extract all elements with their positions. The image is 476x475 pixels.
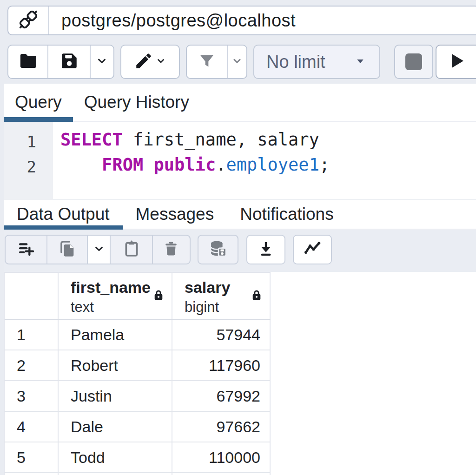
pgadmin-query-tool-window: postgres/postgres@localhost <box>0 0 476 475</box>
edit-menu-button[interactable] <box>121 46 179 78</box>
add-row-button[interactable] <box>6 236 46 264</box>
tab-query[interactable]: Query <box>4 84 73 121</box>
grid-corner-cell[interactable] <box>5 273 59 319</box>
row-number-cell[interactable]: 3 <box>5 381 59 411</box>
sql-line[interactable]: SELECT first_name, salary <box>60 127 330 152</box>
row-number-cell[interactable]: 4 <box>5 412 59 442</box>
filter-menu-button[interactable] <box>227 46 246 78</box>
column-header-salary[interactable]: salary bigint <box>172 273 271 319</box>
output-tab-bar: Data Output Messages Notifications <box>4 199 476 230</box>
salary-cell[interactable]: 117960 <box>172 350 271 380</box>
results-panel: first_name text salary bigint 1Pamela579… <box>4 272 476 475</box>
database-save-icon <box>208 239 228 260</box>
execute-button-group <box>436 45 476 79</box>
folder-icon <box>18 51 38 73</box>
chevron-down-icon <box>155 55 166 68</box>
first-name-cell[interactable]: Justin <box>59 381 172 411</box>
empty-cell <box>172 473 271 475</box>
chart-button-group <box>293 235 332 264</box>
floppy-icon <box>60 51 79 73</box>
row-number-cell[interactable]: 1 <box>5 320 59 350</box>
pencil-icon <box>134 51 153 73</box>
salary-cell[interactable]: 67992 <box>172 381 271 411</box>
first-name-cell[interactable]: Todd <box>59 442 172 472</box>
row-limit-value: No limit <box>266 52 325 72</box>
plug-connected-icon <box>16 7 40 33</box>
sql-editor[interactable]: 12 SELECT first_name, salary FROM public… <box>4 122 476 199</box>
paste-button[interactable] <box>110 236 152 264</box>
funnel-icon <box>198 52 216 72</box>
clipboard-icon <box>122 239 141 260</box>
row-number-cell[interactable]: 5 <box>5 442 59 472</box>
table-row: 3Justin67992 <box>5 381 271 412</box>
download-icon <box>257 239 275 260</box>
table-row: 4Dale97662 <box>5 412 271 442</box>
table-row: 2Robert117960 <box>5 350 271 381</box>
graph-visualiser-button[interactable] <box>294 236 331 264</box>
chevron-down-icon <box>95 54 108 69</box>
save-file-button[interactable] <box>47 46 89 78</box>
copy-menu-button[interactable] <box>87 236 110 264</box>
line-number: 1 <box>4 129 36 154</box>
filter-button-group <box>186 45 247 79</box>
execute-button[interactable] <box>436 46 476 78</box>
sql-lines[interactable]: SELECT first_name, salary FROM public.em… <box>53 122 330 199</box>
copy-icon <box>58 239 77 260</box>
grid-header-row: first_name text salary bigint <box>5 273 271 320</box>
chevron-down-icon <box>231 55 243 69</box>
download-results-button[interactable] <box>247 236 284 264</box>
empty-cell <box>59 473 172 475</box>
table-row: 1Pamela57944 <box>5 320 271 350</box>
lock-icon <box>250 288 263 304</box>
table-row: 5Todd110000 <box>5 442 271 473</box>
tab-messages-label: Messages <box>136 205 214 224</box>
edit-data-button-group <box>5 235 191 264</box>
salary-cell[interactable]: 110000 <box>172 442 271 472</box>
chevron-down-icon <box>93 242 106 257</box>
add-row-icon <box>17 239 35 260</box>
tab-notifications[interactable]: Notifications <box>227 200 347 229</box>
first-name-cell[interactable]: Pamela <box>59 320 172 350</box>
delete-rows-button[interactable] <box>152 236 190 264</box>
connection-bar: postgres/postgres@localhost <box>7 6 476 35</box>
column-header-first-name[interactable]: first_name text <box>59 273 172 319</box>
line-number: 2 <box>4 154 36 179</box>
editor-gutter: 12 <box>4 122 53 199</box>
salary-cell[interactable]: 97662 <box>172 412 271 442</box>
row-number-cell[interactable]: 2 <box>5 350 59 380</box>
caret-down-icon <box>353 54 367 70</box>
connection-label[interactable]: postgres/postgres@localhost <box>49 7 296 34</box>
filter-button[interactable] <box>187 46 227 78</box>
tab-query-label: Query <box>15 92 62 112</box>
tab-data-output-label: Data Output <box>17 205 110 224</box>
open-file-button[interactable] <box>8 46 47 78</box>
sql-line[interactable]: FROM public.employee1; <box>60 152 330 178</box>
connection-status-button[interactable] <box>8 7 49 34</box>
save-menu-button[interactable] <box>90 46 113 78</box>
tab-messages[interactable]: Messages <box>123 200 227 229</box>
first-name-cell[interactable]: Robert <box>59 350 172 380</box>
tab-data-output[interactable]: Data Output <box>4 200 123 229</box>
first-name-cell[interactable]: Dale <box>59 412 172 442</box>
save-data-changes-button[interactable] <box>198 236 238 264</box>
empty-cell <box>5 473 59 475</box>
tab-query-history-label: Query History <box>84 92 189 112</box>
tab-notifications-label: Notifications <box>240 205 334 224</box>
data-grid: first_name text salary bigint 1Pamela579… <box>4 272 271 475</box>
copy-button[interactable] <box>46 236 87 264</box>
grid-body: 1Pamela579442Robert1179603Justin679924Da… <box>5 320 271 475</box>
row-limit-select[interactable]: No limit <box>253 45 380 79</box>
line-chart-icon <box>303 239 322 260</box>
play-icon <box>445 50 467 74</box>
stop-button[interactable] <box>395 46 432 78</box>
lock-icon <box>152 288 165 304</box>
save-data-button-group <box>198 235 238 264</box>
download-button-group <box>246 235 285 264</box>
stop-square-icon <box>405 53 422 70</box>
trash-icon <box>162 240 180 259</box>
stop-button-group <box>394 45 433 79</box>
tab-query-history[interactable]: Query History <box>73 84 200 121</box>
edit-button-group <box>120 45 180 79</box>
salary-cell[interactable]: 57944 <box>172 320 271 350</box>
query-tab-bar: Query Query History <box>4 84 476 122</box>
